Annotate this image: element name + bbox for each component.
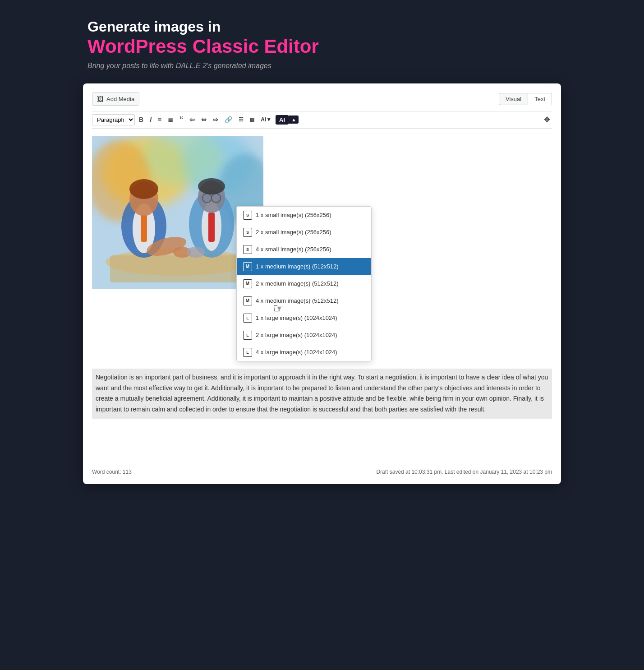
editor-container: 🖼 Add Media Visual Text Paragraph Headin… bbox=[83, 83, 561, 484]
dropdown-item-m1[interactable]: M 1 x medium image(s) (512x512) bbox=[237, 258, 371, 275]
size-badge-s2: S bbox=[243, 228, 252, 237]
header-section: Generate images in WordPress Classic Edi… bbox=[83, 18, 561, 70]
ai-dropdown-button[interactable]: ▲ bbox=[289, 116, 299, 124]
editor-content: S 1 x small image(s) (256x256) S 2 x sma… bbox=[92, 136, 552, 455]
paragraph-select[interactable]: Paragraph Heading 1 Heading 2 bbox=[92, 114, 135, 125]
size-badge-m4: M bbox=[243, 296, 252, 305]
editor-text-content[interactable]: Negotiation is an important part of busi… bbox=[92, 369, 552, 419]
dropdown-menu: S 1 x small image(s) (256x256) S 2 x sma… bbox=[236, 206, 372, 361]
size-badge-m1: M bbox=[243, 262, 252, 271]
dropdown-item-s2[interactable]: S 2 x small image(s) (256x256) bbox=[237, 224, 371, 241]
media-icon: 🖼 bbox=[97, 95, 104, 103]
align-left-button[interactable]: ⇦ bbox=[187, 115, 197, 125]
toolbar: Paragraph Heading 1 Heading 2 B I ≡ ≣ “ … bbox=[92, 111, 552, 129]
svg-point-23 bbox=[187, 247, 205, 258]
editor-empty-space bbox=[92, 419, 552, 455]
blockquote-button[interactable]: “ bbox=[177, 114, 185, 125]
header-line1: Generate images in bbox=[87, 18, 561, 35]
svg-rect-16 bbox=[208, 213, 215, 242]
dropdown-item-s4[interactable]: S 4 x small image(s) (256x256) bbox=[237, 241, 371, 258]
tab-text[interactable]: Text bbox=[528, 93, 552, 105]
header-subtitle: Bring your posts to life with DALL.E 2's… bbox=[87, 62, 561, 70]
dropdown-item-l1[interactable]: L 1 x large image(s) (1024x1024) bbox=[237, 310, 371, 327]
dropdown-item-l4[interactable]: L 4 x large image(s) (1024x1024) bbox=[237, 344, 371, 361]
ai-button-group: AI ▲ bbox=[276, 115, 299, 125]
size-badge-m2: M bbox=[243, 279, 252, 288]
ai-generate-button[interactable]: AI bbox=[276, 115, 289, 125]
svg-rect-7 bbox=[110, 255, 245, 282]
size-badge-l1: L bbox=[243, 314, 252, 323]
dropdown-item-l2[interactable]: L 2 x large image(s) (1024x1024) bbox=[237, 327, 371, 344]
ol-button[interactable]: ≣ bbox=[166, 115, 175, 125]
word-count: Word count: 113 bbox=[92, 469, 132, 475]
bold-button[interactable]: B bbox=[137, 115, 146, 125]
align-right-button[interactable]: ⇨ bbox=[211, 115, 221, 125]
align-center-button[interactable]: ⇔ bbox=[199, 115, 209, 125]
dropdown-item-m2[interactable]: M 2 x medium image(s) (512x512) bbox=[237, 275, 371, 292]
header-line2: WordPress Classic Editor bbox=[87, 35, 561, 58]
italic-button[interactable]: I bbox=[147, 115, 154, 125]
dropdown-item-m4[interactable]: M 4 x medium image(s) (512x512) bbox=[237, 292, 371, 310]
tab-visual[interactable]: Visual bbox=[499, 93, 528, 105]
editor-main: S 1 x small image(s) (256x256) S 2 x sma… bbox=[92, 136, 552, 455]
table-button[interactable]: ☷ bbox=[236, 115, 246, 124]
ai-icon: AI bbox=[279, 116, 285, 123]
grid-button[interactable]: ▦ bbox=[248, 116, 257, 124]
size-badge-s4: S bbox=[243, 245, 252, 254]
add-media-label: Add Media bbox=[106, 96, 134, 102]
dropdown-item-s1[interactable]: S 1 x small image(s) (256x256) bbox=[237, 207, 371, 224]
editor-footer: Word count: 113 Draft saved at 10:03:31 … bbox=[92, 464, 552, 475]
svg-point-21 bbox=[198, 178, 225, 194]
editor-top-bar: 🖼 Add Media Visual Text bbox=[92, 92, 552, 106]
view-tabs: Visual Text bbox=[499, 93, 552, 105]
draft-status: Draft saved at 10:03:31 pm. Last edited … bbox=[376, 469, 552, 475]
page-wrapper: Generate images in WordPress Classic Edi… bbox=[83, 18, 561, 484]
add-media-button[interactable]: 🖼 Add Media bbox=[92, 92, 139, 106]
size-badge-s1: S bbox=[243, 211, 252, 220]
link-button[interactable]: 🔗 bbox=[222, 115, 235, 125]
svg-rect-10 bbox=[141, 215, 147, 242]
size-badge-l4: L bbox=[243, 348, 252, 357]
ul-button[interactable]: ≡ bbox=[156, 115, 164, 125]
size-badge-l2: L bbox=[243, 331, 252, 340]
ai-text-button[interactable]: AI▼ bbox=[258, 115, 274, 124]
svg-point-12 bbox=[129, 179, 158, 199]
fullscreen-button[interactable]: ✥ bbox=[542, 114, 552, 125]
